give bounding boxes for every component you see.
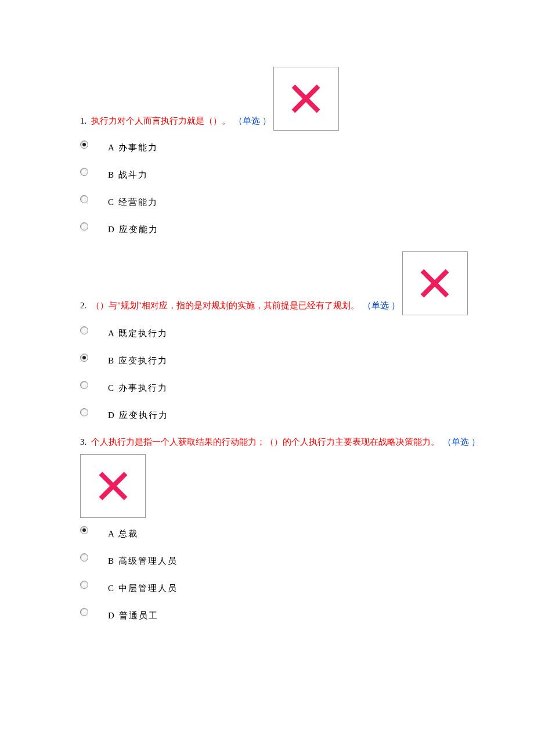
option-row: D 普通员工: [80, 610, 534, 621]
option-label: A 既定执行力: [108, 328, 168, 339]
question-2-type: （单选 ）: [363, 301, 400, 310]
option-label: D 应变执行力: [108, 410, 168, 421]
option-row: A 既定执行力: [80, 328, 534, 339]
radio-button[interactable]: [80, 581, 88, 589]
option-row: A 办事能力: [80, 142, 534, 153]
wrong-mark-icon: [273, 67, 339, 131]
option-label: A 办事能力: [108, 142, 158, 153]
option-label: B 战斗力: [108, 170, 148, 181]
question-2-number: 2.: [80, 301, 86, 310]
option-row: D 应变能力: [80, 224, 534, 235]
question-3-type: （单选 ）: [443, 437, 480, 447]
option-row: B 高级管理人员: [80, 556, 534, 567]
question-1-number: 1.: [80, 116, 86, 125]
question-1-options: A 办事能力 B 战斗力 C 经营能力 D 应变能力: [80, 142, 534, 235]
option-label: C 中层管理人员: [108, 583, 178, 594]
question-1-text: 执行力对个人而言执行力就是（）。: [91, 116, 230, 125]
question-3-header: 3. 个人执行力是指一个人获取结果的行动能力；（）的个人执行力主要表现在战略决策…: [80, 434, 534, 451]
radio-button[interactable]: [80, 608, 88, 616]
question-2-text: （）与"规划"相对应，指的是对规划的实施，其前提是已经有了规划。: [91, 301, 359, 310]
question-1-type: （单选 ）: [234, 116, 271, 125]
radio-button[interactable]: [80, 408, 88, 416]
radio-button[interactable]: [80, 168, 88, 176]
option-row: C 经营能力: [80, 197, 534, 208]
option-row: A 总裁: [80, 528, 534, 539]
radio-button[interactable]: [80, 381, 88, 389]
option-row: C 中层管理人员: [80, 583, 534, 594]
question-3-options: A 总裁 B 高级管理人员 C 中层管理人员 D 普通员工: [80, 528, 534, 621]
option-row: C 办事执行力: [80, 383, 534, 394]
option-label: A 总裁: [108, 528, 138, 539]
radio-button[interactable]: [80, 553, 88, 561]
question-1-header: 1. 执行力对个人而言执行力就是（）。 （单选 ）: [80, 67, 534, 131]
option-label: B 高级管理人员: [108, 556, 178, 567]
radio-button[interactable]: [80, 195, 88, 203]
option-row: B 战斗力: [80, 170, 534, 181]
option-row: B 应变执行力: [80, 355, 534, 366]
quiz-document: 1. 执行力对个人而言执行力就是（）。 （单选 ） A 办事能力 B 战斗力 C…: [0, 0, 534, 621]
option-label: D 普通员工: [108, 610, 158, 621]
option-row: D 应变执行力: [80, 410, 534, 421]
question-2: 2. （）与"规划"相对应，指的是对规划的实施，其前提是已经有了规划。 （单选 …: [80, 251, 534, 421]
option-label: C 经营能力: [108, 197, 158, 208]
radio-button[interactable]: [80, 354, 88, 362]
question-3-mark: [80, 454, 534, 518]
wrong-mark-icon: [402, 251, 468, 315]
radio-button[interactable]: [80, 222, 88, 231]
question-2-options: A 既定执行力 B 应变执行力 C 办事执行力 D 应变执行力: [80, 328, 534, 421]
option-label: D 应变能力: [108, 224, 158, 235]
question-2-header: 2. （）与"规划"相对应，指的是对规划的实施，其前提是已经有了规划。 （单选 …: [80, 251, 534, 315]
wrong-mark-icon: [80, 454, 146, 518]
option-label: B 应变执行力: [108, 355, 168, 366]
radio-button[interactable]: [80, 141, 88, 149]
option-label: C 办事执行力: [108, 383, 168, 394]
question-3-text: 个人执行力是指一个人获取结果的行动能力；（）的个人执行力主要表现在战略决策能力。: [91, 437, 439, 447]
question-3: 3. 个人执行力是指一个人获取结果的行动能力；（）的个人执行力主要表现在战略决策…: [80, 434, 534, 621]
radio-button[interactable]: [80, 526, 88, 534]
question-1: 1. 执行力对个人而言执行力就是（）。 （单选 ） A 办事能力 B 战斗力 C…: [80, 67, 534, 235]
radio-button[interactable]: [80, 326, 88, 334]
question-3-number: 3.: [80, 437, 86, 447]
